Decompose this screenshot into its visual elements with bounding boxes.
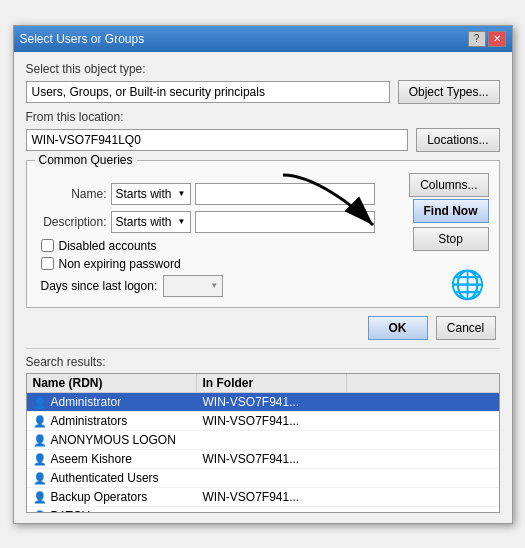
row-name: 👤Authenticated Users bbox=[27, 469, 197, 487]
description-query-input[interactable] bbox=[195, 211, 375, 233]
help-button[interactable]: ? bbox=[468, 31, 486, 47]
object-type-label: Select this object type: bbox=[26, 62, 500, 76]
group-box-legend: Common Queries bbox=[35, 153, 137, 167]
object-type-row: Users, Groups, or Built-in security prin… bbox=[26, 80, 500, 104]
select-users-dialog: Select Users or Groups ? ✕ Select this o… bbox=[13, 25, 513, 524]
row-name: 👤Aseem Kishore bbox=[27, 450, 197, 468]
description-filter-dropdown[interactable]: Starts with ▼ bbox=[111, 211, 191, 233]
locations-button[interactable]: Locations... bbox=[416, 128, 499, 152]
user-icon: 👤 bbox=[33, 415, 47, 427]
columns-button[interactable]: Columns... bbox=[409, 173, 488, 197]
location-label: From this location: bbox=[26, 110, 500, 124]
user-icon: 👤 bbox=[33, 434, 47, 446]
row-folder bbox=[197, 438, 347, 442]
table-row[interactable]: 👤ANONYMOUS LOGON bbox=[27, 431, 499, 450]
non-expiring-row: Non expiring password bbox=[41, 257, 489, 271]
user-icon: 👤 bbox=[33, 453, 47, 465]
divider bbox=[26, 348, 500, 349]
days-label: Days since last logon: bbox=[41, 279, 158, 293]
description-query-label: Description: bbox=[37, 215, 107, 229]
non-expiring-label: Non expiring password bbox=[59, 257, 181, 271]
column-folder-header: In Folder bbox=[197, 374, 347, 392]
dialog-content: Select this object type: Users, Groups, … bbox=[14, 52, 512, 523]
bottom-buttons: OK Cancel bbox=[26, 316, 500, 340]
days-dropdown-arrow: ▼ bbox=[210, 281, 218, 290]
location-value: WIN-VSO7F941LQ0 bbox=[26, 129, 409, 151]
name-dropdown-arrow: ▼ bbox=[178, 189, 186, 198]
user-icon: 👤 bbox=[33, 396, 47, 408]
title-bar-buttons: ? ✕ bbox=[468, 31, 506, 47]
find-now-button[interactable]: Find Now bbox=[413, 199, 489, 223]
stop-button[interactable]: Stop bbox=[413, 227, 489, 251]
ok-button[interactable]: OK bbox=[368, 316, 428, 340]
object-type-value: Users, Groups, or Built-in security prin… bbox=[26, 81, 390, 103]
dialog-title: Select Users or Groups bbox=[20, 32, 145, 46]
user-icon: 👤 bbox=[33, 472, 47, 484]
column-name-header: Name (RDN) bbox=[27, 374, 197, 392]
non-expiring-checkbox[interactable] bbox=[41, 257, 54, 270]
row-folder bbox=[197, 476, 347, 480]
results-body: 👤AdministratorWIN-VSO7F941...👤Administra… bbox=[27, 393, 499, 513]
table-row[interactable]: 👤BATCH bbox=[27, 507, 499, 513]
description-dropdown-arrow: ▼ bbox=[178, 217, 186, 226]
row-folder: WIN-VSO7F941... bbox=[197, 393, 347, 411]
row-folder: WIN-VSO7F941... bbox=[197, 412, 347, 430]
results-header: Name (RDN) In Folder bbox=[27, 374, 499, 393]
name-query-input[interactable] bbox=[195, 183, 375, 205]
row-name: 👤Administrators bbox=[27, 412, 197, 430]
search-results-label: Search results: bbox=[26, 355, 500, 369]
table-row[interactable]: 👤Aseem KishoreWIN-VSO7F941... bbox=[27, 450, 499, 469]
common-queries-group: Common Queries Columns... Find Now Stop … bbox=[26, 160, 500, 308]
close-button[interactable]: ✕ bbox=[488, 31, 506, 47]
table-row[interactable]: 👤AdministratorWIN-VSO7F941... bbox=[27, 393, 499, 412]
row-folder: WIN-VSO7F941... bbox=[197, 488, 347, 506]
name-filter-dropdown[interactable]: Starts with ▼ bbox=[111, 183, 191, 205]
results-container: Name (RDN) In Folder 👤AdministratorWIN-V… bbox=[26, 373, 500, 513]
table-row[interactable]: 👤Backup OperatorsWIN-VSO7F941... bbox=[27, 488, 499, 507]
object-types-button[interactable]: Object Types... bbox=[398, 80, 500, 104]
row-name: 👤BATCH bbox=[27, 507, 197, 513]
days-row: Days since last logon: ▼ bbox=[41, 275, 489, 297]
disabled-accounts-checkbox[interactable] bbox=[41, 239, 54, 252]
row-name: 👤ANONYMOUS LOGON bbox=[27, 431, 197, 449]
name-query-label: Name: bbox=[37, 187, 107, 201]
title-bar: Select Users or Groups ? ✕ bbox=[14, 26, 512, 52]
row-name: 👤Backup Operators bbox=[27, 488, 197, 506]
cancel-button[interactable]: Cancel bbox=[436, 316, 496, 340]
days-dropdown[interactable]: ▼ bbox=[163, 275, 223, 297]
globe-icon: 🌐 bbox=[450, 268, 485, 301]
row-name: 👤Administrator bbox=[27, 393, 197, 411]
user-icon: 👤 bbox=[33, 491, 47, 503]
location-row: WIN-VSO7F941LQ0 Locations... bbox=[26, 128, 500, 152]
row-folder: WIN-VSO7F941... bbox=[197, 450, 347, 468]
user-icon: 👤 bbox=[33, 510, 47, 513]
disabled-accounts-label: Disabled accounts bbox=[59, 239, 157, 253]
table-row[interactable]: 👤Authenticated Users bbox=[27, 469, 499, 488]
table-row[interactable]: 👤AdministratorsWIN-VSO7F941... bbox=[27, 412, 499, 431]
